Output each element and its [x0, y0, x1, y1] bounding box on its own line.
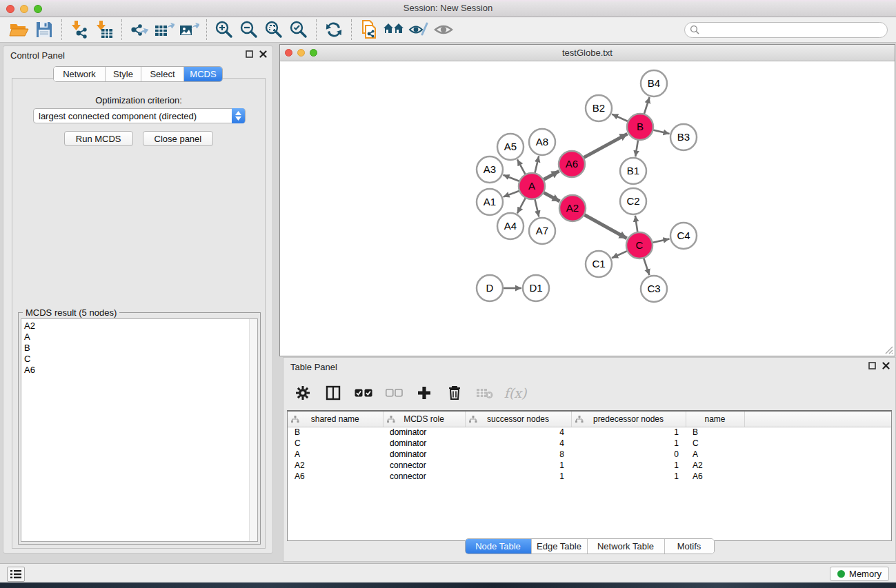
graph-edge[interactable] [612, 114, 628, 122]
column-view-button[interactable] [323, 383, 343, 403]
show-graphics-details-button[interactable] [431, 19, 456, 41]
tab-network-table[interactable]: Network Table [587, 539, 664, 554]
graph-node[interactable]: A1 [477, 189, 503, 215]
graph-edge[interactable] [653, 130, 670, 134]
search-input[interactable] [684, 22, 888, 38]
delete-column-button[interactable] [445, 383, 464, 403]
graph-edge[interactable] [635, 216, 638, 232]
graph-edge[interactable] [517, 198, 526, 214]
table-row[interactable]: A6connector11A6 [288, 471, 891, 482]
close-panel-icon[interactable] [882, 362, 890, 369]
table-row[interactable]: Bdominator41B [288, 427, 891, 438]
hide-graphics-details-button[interactable] [406, 19, 431, 41]
graph-node[interactable]: A5 [497, 134, 524, 160]
tab-mcds[interactable]: MCDS [183, 67, 222, 81]
graph-node[interactable]: A3 [477, 156, 503, 183]
mcds-result-item[interactable]: A2 [24, 321, 257, 332]
graph-node[interactable]: A7 [529, 218, 555, 244]
graph-node[interactable]: A2 [559, 195, 586, 221]
import-table-button[interactable] [92, 19, 117, 41]
duplicate-network-button[interactable] [357, 19, 381, 41]
tab-style[interactable]: Style [105, 67, 141, 81]
graph-node[interactable]: D1 [523, 275, 549, 301]
export-table-button[interactable] [152, 19, 177, 41]
graph-edge[interactable] [635, 140, 638, 157]
select-all-columns-button[interactable] [354, 383, 373, 403]
graph-node[interactable]: B [627, 114, 653, 140]
graph-edge[interactable] [504, 191, 520, 197]
table-row[interactable]: Adominator80A [288, 449, 891, 460]
create-column-button[interactable] [415, 383, 434, 403]
tab-network[interactable]: Network [54, 67, 105, 81]
save-session-button[interactable] [32, 19, 57, 41]
delete-table-button[interactable] [475, 383, 495, 403]
mcds-result-item[interactable]: C [24, 354, 257, 365]
task-history-button[interactable] [7, 567, 25, 582]
export-image-button[interactable] [177, 19, 201, 41]
zoom-out-button[interactable] [237, 19, 261, 41]
graph-edge[interactable] [544, 171, 559, 180]
memory-button[interactable]: Memory [830, 567, 889, 581]
graph-edge[interactable] [535, 156, 539, 173]
column-header-name[interactable]: name [686, 412, 744, 427]
show-network-overview-button[interactable] [381, 19, 406, 41]
graph-node[interactable]: A [519, 173, 545, 199]
graph-edge[interactable] [535, 199, 539, 217]
import-network-button[interactable] [67, 19, 92, 41]
mcds-result-item[interactable]: B [24, 343, 257, 354]
graph-node[interactable]: A6 [559, 151, 585, 177]
mcds-result-item[interactable]: A6 [24, 365, 257, 376]
table-settings-button[interactable] [293, 383, 312, 403]
close-panel-button[interactable]: Close panel [143, 131, 214, 146]
network-window-titlebar[interactable]: testGlobe.txt [280, 45, 895, 61]
graph-node[interactable]: D [477, 275, 503, 301]
table-row[interactable]: Cdominator41C [288, 438, 891, 449]
column-header-mcds-role[interactable]: MCDS role [383, 412, 465, 427]
export-network-button[interactable] [127, 19, 152, 41]
apply-layout-button[interactable] [321, 19, 346, 41]
close-panel-icon[interactable] [259, 50, 267, 58]
float-panel-icon[interactable] [868, 362, 876, 369]
network-canvas[interactable]: B4 B2 B B3 A8 A5 A6 A3 B1 A A1 C2 A2 A4 [280, 61, 895, 356]
table-row[interactable]: A2connector11A2 [288, 460, 891, 471]
graph-edge[interactable] [544, 192, 560, 201]
graph-edge[interactable] [644, 97, 650, 114]
float-panel-icon[interactable] [246, 50, 253, 58]
graph-node[interactable]: B2 [586, 95, 612, 121]
graph-edge[interactable] [504, 175, 520, 181]
graph-node[interactable]: B4 [641, 70, 667, 97]
graph-edge[interactable] [653, 239, 670, 243]
optimization-criterion-select[interactable]: largest connected component (directed) [33, 108, 246, 123]
deselect-all-columns-button[interactable] [384, 383, 404, 403]
graph-edge[interactable] [584, 214, 627, 239]
tab-motifs[interactable]: Motifs [664, 539, 714, 554]
resize-grip-icon[interactable] [884, 345, 893, 354]
run-mcds-button[interactable]: Run MCDS [64, 131, 133, 146]
tab-node-table[interactable]: Node Table [466, 539, 531, 554]
graph-edge[interactable] [612, 251, 628, 258]
mcds-result-item[interactable]: A [24, 332, 257, 343]
graph-node[interactable]: B3 [670, 124, 697, 150]
tab-edge-table[interactable]: Edge Table [531, 539, 587, 554]
graph-node[interactable]: C3 [641, 276, 667, 302]
mcds-result-list[interactable]: A2ABCA6 [21, 318, 258, 542]
open-session-button[interactable] [7, 19, 32, 41]
function-builder-button[interactable]: f(x) [506, 383, 525, 403]
tab-select[interactable]: Select [141, 67, 183, 81]
zoom-in-button[interactable] [212, 19, 237, 41]
graph-node[interactable]: C1 [586, 251, 612, 277]
column-header-predecessor-nodes[interactable]: predecessor nodes [571, 412, 686, 427]
graph-edge[interactable] [644, 258, 649, 275]
zoom-fit-button[interactable] [261, 19, 286, 41]
graph-node[interactable]: A4 [497, 213, 524, 239]
graph-node[interactable]: A8 [529, 129, 555, 155]
graph-node[interactable]: C4 [670, 223, 697, 249]
graph-edge[interactable] [584, 134, 628, 158]
graph-edge[interactable] [517, 159, 526, 174]
column-header-shared-name[interactable]: shared name [288, 412, 383, 427]
scrollbar-track[interactable] [249, 319, 257, 541]
graph-node[interactable]: C2 [620, 188, 646, 214]
column-header-successor-nodes[interactable]: successor nodes [465, 412, 571, 427]
graph-node[interactable]: B1 [620, 158, 646, 184]
zoom-selected-button[interactable] [286, 19, 311, 41]
